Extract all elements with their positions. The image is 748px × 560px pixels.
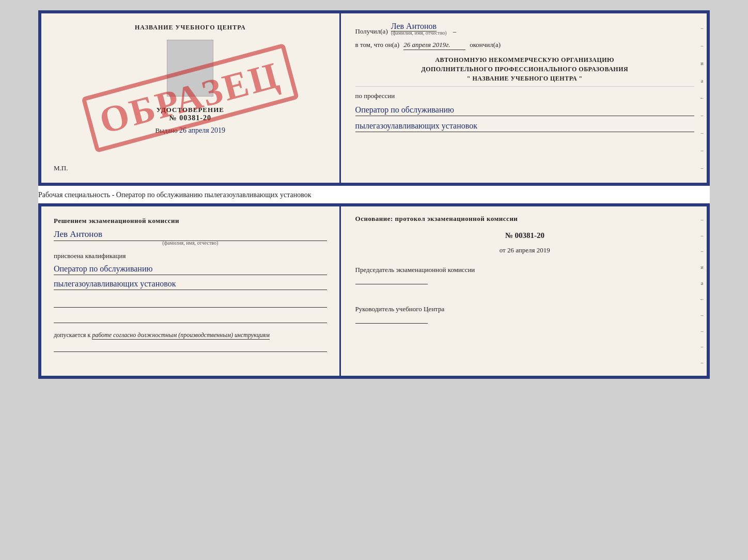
working-specialty: Рабочая специальность - Оператор по обсл… bbox=[38, 191, 311, 199]
certificate-top: НАЗВАНИЕ УЧЕБНОГО ЦЕНТРА УДОСТОВЕРЕНИЕ №… bbox=[38, 10, 710, 186]
fio-hint-bottom: (фамилия, имя, отчество) bbox=[54, 240, 327, 246]
qualification-value-2: пылегазоулавливающих установок bbox=[54, 279, 327, 290]
school-name-top: НАЗВАНИЕ УЧЕБНОГО ЦЕНТРА bbox=[135, 24, 246, 31]
received-line: Получил(а) Лев Антонов (фамилия, имя, от… bbox=[355, 22, 694, 36]
date-line: в том, что он(а) 26 апреля 2019г. окончи… bbox=[355, 41, 694, 50]
profession-value-1: Оператор по обслуживанию bbox=[355, 105, 694, 116]
date-intro: в том, что он(а) bbox=[355, 41, 400, 49]
mp-label: М.П. bbox=[54, 164, 68, 172]
qualification-value-1: Оператор по обслуживанию bbox=[54, 264, 327, 275]
date-end: окончил(а) bbox=[470, 41, 501, 49]
received-label: Получил(а) bbox=[355, 27, 388, 36]
chairman-signature-line bbox=[355, 274, 428, 284]
date-value: 26 апреля 2019г. bbox=[403, 41, 465, 50]
director-label: Руководитель учебного Центра bbox=[355, 305, 694, 313]
separator-line: Рабочая специальность - Оператор по обсл… bbox=[38, 186, 710, 203]
allowed-text: работе согласно должностным (производств… bbox=[92, 331, 270, 340]
photo-placeholder bbox=[167, 40, 213, 97]
allowed-label: допускается к bbox=[54, 331, 90, 339]
document-container: НАЗВАНИЕ УЧЕБНОГО ЦЕНТРА УДОСТОВЕРЕНИЕ №… bbox=[38, 10, 710, 379]
org-name: " НАЗВАНИЕ УЧЕБНОГО ЦЕНТРА " bbox=[355, 74, 694, 83]
qualification-label: присвоена квалификация bbox=[54, 252, 327, 260]
org-line1: АВТОНОМНУЮ НЕКОММЕРЧЕСКУЮ ОРГАНИЗАЦИЮ bbox=[355, 55, 694, 65]
cert-left-panel: НАЗВАНИЕ УЧЕБНОГО ЦЕНТРА УДОСТОВЕРЕНИЕ №… bbox=[41, 13, 341, 183]
protocol-date-prefix: от bbox=[500, 246, 506, 254]
chairman-block: Председатель экзаменационной комиссии bbox=[355, 266, 694, 286]
org-block: АВТОНОМНУЮ НЕКОММЕРЧЕСКУЮ ОРГАНИЗАЦИЮ ДО… bbox=[355, 55, 694, 87]
protocol-date: от 26 апреля 2019 bbox=[355, 246, 694, 254]
issued-label: Выдано bbox=[155, 126, 177, 134]
allowed-block: допускается к работе согласно должностны… bbox=[54, 331, 327, 340]
director-block: Руководитель учебного Центра bbox=[355, 299, 694, 326]
profession-label: по профессии bbox=[355, 92, 694, 100]
cert-title-label: УДОСТОВЕРЕНИЕ bbox=[157, 106, 224, 114]
protocol-date-value: 26 апреля 2019 bbox=[507, 246, 550, 254]
chairman-label: Председатель экзаменационной комиссии bbox=[355, 266, 694, 274]
fio-hint-top: (фамилия, имя, отчество) bbox=[391, 30, 447, 36]
person-name-bl: Лев Антонов bbox=[54, 229, 327, 241]
base-label: Основание: протокол экзаменационной коми… bbox=[355, 215, 694, 223]
profession-value-2: пылегазоулавливающих установок bbox=[355, 121, 694, 132]
bottom-right-panel: Основание: протокол экзаменационной коми… bbox=[341, 206, 707, 376]
person-name-block: Лев Антонов (фамилия, имя, отчество) bbox=[54, 229, 327, 246]
protocol-number: № 00381-20 bbox=[355, 231, 694, 240]
certificate-bottom: Решением экзаменационной комиссии Лев Ан… bbox=[38, 203, 710, 379]
decision-text: Решением экзаменационной комиссии bbox=[54, 217, 327, 225]
director-signature-line bbox=[355, 313, 428, 324]
bottom-left-panel: Решением экзаменационной комиссии Лев Ан… bbox=[41, 206, 341, 376]
org-line2: ДОПОЛНИТЕЛЬНОГО ПРОФЕССИОНАЛЬНОГО ОБРАЗО… bbox=[355, 65, 694, 74]
cert-number: № 00381-20 bbox=[157, 114, 224, 122]
cert-right-panel: Получил(а) Лев Антонов (фамилия, имя, от… bbox=[341, 13, 707, 183]
cert-issued: Выдано 26 апреля 2019 bbox=[155, 126, 225, 135]
bottom-right-side-chars: – – – и а ← – – – – bbox=[697, 206, 707, 376]
right-side-chars: – – и а ← – – – – bbox=[697, 13, 707, 183]
cert-title-block: УДОСТОВЕРЕНИЕ № 00381-20 bbox=[157, 106, 224, 122]
issued-date: 26 апреля 2019 bbox=[179, 126, 225, 134]
